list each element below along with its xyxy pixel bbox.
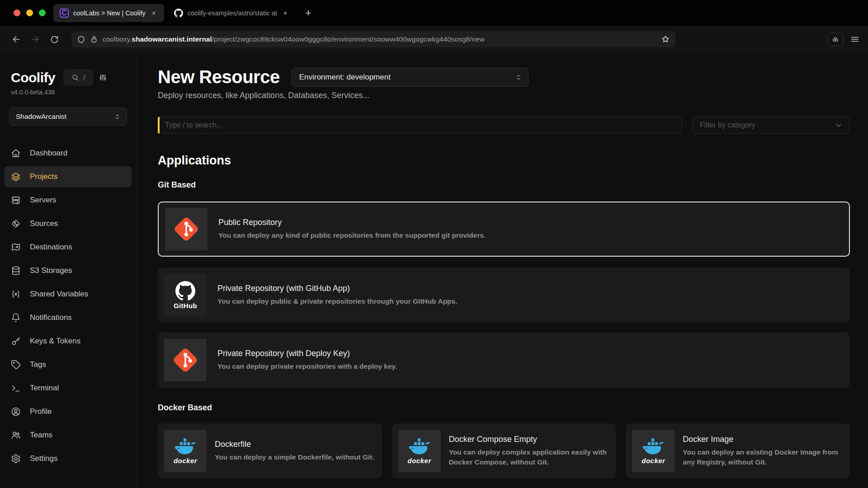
section-applications: Applications xyxy=(158,154,850,168)
card-title: Docker Compose Empty xyxy=(449,435,610,444)
git-logo-icon xyxy=(164,339,207,381)
url-text: coolboxy.shadowarcanist.internal/project… xyxy=(103,35,656,43)
card-title: Public Repository xyxy=(218,218,486,227)
section-docker-based: Docker Based xyxy=(158,403,850,413)
server-icon xyxy=(11,195,21,205)
app-logo: Coolify xyxy=(11,70,55,85)
lock-icon xyxy=(90,35,98,43)
team-select-value: ShadowArcanist xyxy=(16,113,66,121)
docker-logo-icon: docker xyxy=(164,430,207,472)
extension-button[interactable] xyxy=(827,33,844,46)
sidebar: Coolify / v4.0.0-beta.438 ShadowArcanist… xyxy=(0,53,137,488)
docker-wordmark: docker xyxy=(642,457,665,465)
forward-button[interactable] xyxy=(27,31,43,47)
card-docker-compose-empty[interactable]: docker Docker Compose Empty You can depl… xyxy=(392,423,616,479)
github-logo-icon: GitHub xyxy=(164,274,207,316)
category-filter-select[interactable]: Filter by category xyxy=(692,117,850,134)
sidebar-search-button[interactable]: / xyxy=(63,69,93,86)
browser-toolbar: coolboxy.shadowarcanist.internal/project… xyxy=(0,26,868,53)
chevron-down-icon xyxy=(834,121,843,130)
card-description: You can deploy an existing Docker Image … xyxy=(683,447,844,468)
sidebar-item-terminal[interactable]: Terminal xyxy=(5,378,132,399)
binoculars-icon xyxy=(831,35,840,44)
sidebar-item-dashboard[interactable]: Dashboard xyxy=(5,143,132,164)
github-wordmark: GitHub xyxy=(174,302,197,310)
sidebar-item-notifications[interactable]: Notifications xyxy=(5,307,132,328)
tab-title: coolify-examples/astro/static at xyxy=(188,9,277,17)
users-icon xyxy=(11,430,21,440)
sidebar-item-destinations[interactable]: Destinations xyxy=(5,237,132,258)
sidebar-nav: Dashboard Projects Servers Sources Desti… xyxy=(0,143,136,469)
url-bar[interactable]: coolboxy.shadowarcanist.internal/project… xyxy=(71,31,675,47)
card-description: You can deploy any kind of public reposi… xyxy=(218,230,486,240)
sidebar-item-shared-variables[interactable]: Shared Variables xyxy=(5,284,132,305)
main-content: New Resource Environment: development De… xyxy=(137,53,868,488)
chevrons-up-down-icon xyxy=(113,113,121,121)
new-tab-button[interactable]: + xyxy=(306,7,311,19)
sidebar-item-s3-storages[interactable]: S3 Storages xyxy=(5,260,132,281)
card-public-repository[interactable]: Public Repository You can deploy any kin… xyxy=(158,202,850,257)
docker-wordmark: docker xyxy=(408,457,431,465)
card-docker-image[interactable]: docker Docker Image You can deploy an ex… xyxy=(626,423,850,479)
card-dockerfile[interactable]: docker Dockerfile You can deploy a simpl… xyxy=(158,423,382,479)
terminal-icon xyxy=(11,383,21,393)
window-minimize-button[interactable] xyxy=(26,9,33,16)
card-description: You can deploy public & private reposito… xyxy=(217,296,458,306)
bookmark-star-icon[interactable] xyxy=(661,35,670,44)
sidebar-item-tags[interactable]: Tags xyxy=(5,354,132,375)
tab-title: coolLabs > New | Coolify xyxy=(73,9,146,17)
layers-icon xyxy=(11,172,21,182)
window-zoom-button[interactable] xyxy=(39,9,46,16)
sidebar-item-teams[interactable]: Teams xyxy=(5,425,132,446)
docker-logo-icon: docker xyxy=(398,430,441,472)
page-title: New Resource xyxy=(158,67,280,87)
sidebar-filter-button[interactable] xyxy=(99,73,107,82)
card-private-repository-deploy-key[interactable]: Private Repository (with Deploy Key) You… xyxy=(158,333,850,388)
card-title: Docker Image xyxy=(683,435,844,444)
git-diamond-icon xyxy=(11,219,21,229)
reload-button[interactable] xyxy=(46,31,62,47)
section-git-based: Git Based xyxy=(158,180,850,190)
window-controls[interactable] xyxy=(14,9,53,16)
key-icon xyxy=(11,336,21,346)
github-favicon-icon xyxy=(174,9,183,18)
tab-close-icon[interactable]: × xyxy=(282,8,289,18)
sidebar-item-profile[interactable]: Profile xyxy=(5,401,132,422)
search-shortcut-key: / xyxy=(83,74,85,81)
variable-icon xyxy=(11,289,21,299)
environment-select-value: Environment: development xyxy=(299,73,391,82)
sidebar-item-sources[interactable]: Sources xyxy=(5,213,132,234)
environment-select[interactable]: Environment: development xyxy=(292,68,528,87)
card-description: You can deploy private repositories with… xyxy=(217,361,397,371)
shield-icon[interactable] xyxy=(77,35,85,44)
sidebar-item-projects[interactable]: Projects xyxy=(5,166,132,187)
user-icon xyxy=(11,407,21,417)
home-icon xyxy=(11,148,21,158)
team-select[interactable]: ShadowArcanist xyxy=(9,108,127,126)
sidebar-item-servers[interactable]: Servers xyxy=(5,190,132,211)
card-title: Private Repository (with Deploy Key) xyxy=(217,349,397,358)
category-filter-value: Filter by category xyxy=(700,121,755,129)
search-icon xyxy=(71,74,79,81)
sliders-icon xyxy=(99,73,107,82)
browser-tab-bar: C coolLabs > New | Coolify × coolify-exa… xyxy=(0,0,868,26)
card-description: You can deploy a simple Dockerfile, with… xyxy=(215,452,374,462)
menu-icon[interactable] xyxy=(850,34,860,44)
sidebar-item-keys-tokens[interactable]: Keys & Tokens xyxy=(5,331,132,352)
tab-close-icon[interactable]: × xyxy=(150,8,158,18)
card-title: Dockerfile xyxy=(215,440,374,449)
card-private-repository-github-app[interactable]: GitHub Private Repository (with GitHub A… xyxy=(158,267,850,323)
window-close-button[interactable] xyxy=(14,9,20,16)
tab-coolify[interactable]: C coolLabs > New | Coolify × xyxy=(53,4,164,22)
database-icon xyxy=(11,266,21,276)
tag-icon xyxy=(11,360,21,370)
back-button[interactable] xyxy=(8,31,24,47)
tab-github[interactable]: coolify-examples/astro/static at × xyxy=(168,4,296,22)
resource-search-input[interactable] xyxy=(158,117,682,134)
map-icon xyxy=(11,242,21,252)
sidebar-item-settings[interactable]: Settings xyxy=(5,448,132,469)
bell-icon xyxy=(11,313,21,323)
docker-logo-icon: docker xyxy=(632,430,675,472)
card-description: You can deploy complex application easil… xyxy=(449,447,610,468)
card-title: Private Repository (with GitHub App) xyxy=(217,284,458,293)
